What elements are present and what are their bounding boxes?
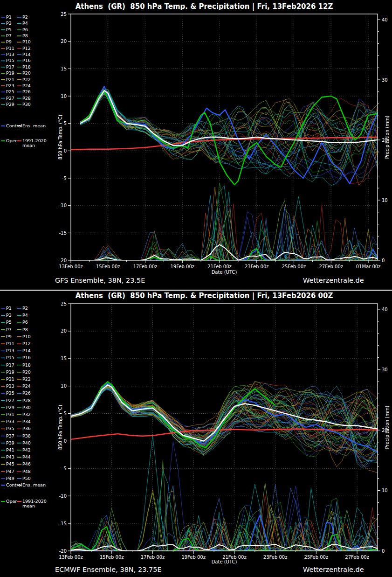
y-left-tick-label: -20 bbox=[59, 549, 67, 554]
model-caption: ECMWF Ensemble, 38N, 23.75E bbox=[55, 566, 162, 573]
y-right-tick-label: 10 bbox=[382, 488, 388, 493]
legend-special-label: Oper bbox=[6, 138, 17, 143]
legend-member-label: P14 bbox=[22, 348, 31, 353]
legend-special-label: Ens. mean bbox=[22, 123, 46, 128]
legend-member-label: P30 bbox=[22, 102, 31, 107]
legend-member-label: P33 bbox=[6, 419, 14, 424]
legend-member-label: P4 bbox=[22, 21, 28, 26]
series-layer bbox=[71, 381, 378, 551]
legend-member-label: P20 bbox=[22, 70, 31, 76]
x-tick-label: 23Feb 00z bbox=[245, 264, 269, 269]
chart-title: Athens (GR) 850 hPa Temp. & Precipitatio… bbox=[76, 2, 333, 11]
ensemble-member-precip-line bbox=[71, 483, 378, 551]
y-left-tick-label: 5 bbox=[64, 121, 67, 126]
legend-member-label: P31 bbox=[6, 412, 14, 417]
y-left-tick-label: -10 bbox=[59, 494, 67, 499]
legend-member-label: P17 bbox=[6, 64, 14, 70]
x-tick-label: 17Feb 00z bbox=[141, 555, 165, 560]
y-left-tick-label: -15 bbox=[59, 230, 67, 236]
series-layer bbox=[71, 86, 378, 260]
y-right-tick-label: 40 bbox=[382, 307, 388, 312]
legend-member-label: P28 bbox=[22, 398, 31, 403]
y-left-tick-label: 5 bbox=[64, 411, 67, 416]
x-tick-label: 23Feb 00z bbox=[263, 555, 288, 560]
ensemble-member-temp-line bbox=[80, 94, 378, 167]
y-left-tick-label: 15 bbox=[61, 356, 67, 361]
y-left-tick-label: 15 bbox=[61, 66, 67, 71]
ensemble-member-precip-line bbox=[80, 221, 378, 260]
y-left-tick-label: 0 bbox=[64, 438, 67, 444]
x-tick-label: 19Feb 00z bbox=[181, 555, 206, 560]
y-left-tick-label: -5 bbox=[62, 176, 67, 181]
gfs-chart: 2520151050-5-10-15-2040302010013Feb 00z1… bbox=[0, 0, 392, 290]
legend-member-label: P16 bbox=[22, 58, 31, 63]
y-right-axis-label: Precipitation (mm) bbox=[385, 115, 390, 159]
legend-member-label: P25 bbox=[6, 390, 14, 396]
legend-member-label: P3 bbox=[6, 313, 12, 318]
ensemble-member-temp-line bbox=[80, 94, 378, 172]
y-left-tick-label: 25 bbox=[61, 301, 67, 306]
legend-member-label: P39 bbox=[6, 440, 14, 445]
legend-member-label: P8 bbox=[22, 33, 28, 38]
legend-member-label: P30 bbox=[22, 405, 31, 410]
legend-member-label: P40 bbox=[22, 440, 31, 445]
legend-member-label: P41 bbox=[6, 447, 14, 452]
ensemble-member-temp-line bbox=[80, 93, 378, 177]
ensemble-member-temp-line bbox=[80, 91, 378, 182]
legend-member-label: P27 bbox=[6, 398, 14, 403]
legend-member-label: P17 bbox=[6, 362, 14, 368]
y-right-tick-label: 40 bbox=[382, 17, 388, 22]
legend-member-label: P35 bbox=[6, 426, 14, 431]
y-left-tick-label: -20 bbox=[59, 258, 67, 263]
legend-member-label: P18 bbox=[22, 64, 31, 70]
x-tick-label: 17Feb 00z bbox=[133, 264, 158, 269]
legend-member-label: P19 bbox=[6, 70, 14, 76]
legend-member-label: P23 bbox=[6, 383, 14, 389]
y-left-tick-label: -10 bbox=[59, 203, 67, 208]
x-tick-label: 15Feb 00z bbox=[96, 264, 120, 269]
legend-member-label: P1 bbox=[6, 306, 12, 311]
y-left-tick-label: 20 bbox=[61, 328, 67, 334]
ensemble-member-temp-line bbox=[80, 90, 378, 168]
legend-member-label: P25 bbox=[6, 89, 14, 94]
ensemble-member-precip-line bbox=[80, 197, 378, 260]
ensemble-member-precip-line bbox=[71, 501, 378, 551]
plot-border bbox=[71, 304, 378, 551]
legend-member-label: P45 bbox=[6, 461, 14, 466]
legend-member-label: P28 bbox=[22, 96, 31, 101]
legend-member-label: P10 bbox=[22, 334, 31, 339]
x-tick-label: 27Feb 00z bbox=[345, 555, 369, 560]
legend-member-label: P24 bbox=[22, 383, 31, 389]
gfs-panel: 2520151050-5-10-15-2040302010013Feb 00z1… bbox=[0, 0, 392, 290]
ensemble-member-precip-line bbox=[80, 223, 378, 260]
legend-member-label: P29 bbox=[6, 405, 14, 410]
ensemble-member-temp-line bbox=[80, 90, 378, 184]
y-right-tick-label: 30 bbox=[382, 77, 388, 83]
wetterzentrale-meteogram: 2520151050-5-10-15-2040302010013Feb 00z1… bbox=[0, 0, 392, 577]
ensemble-member-precip-line bbox=[80, 221, 378, 260]
legend-member-label: P22 bbox=[22, 77, 31, 82]
legend-member-label: P50 bbox=[22, 476, 31, 481]
ensemble-member-precip-line bbox=[71, 488, 378, 551]
legend-member-label: P29 bbox=[6, 102, 14, 107]
x-tick-label: 21Feb 00z bbox=[207, 264, 232, 269]
site-credit: Wetterzentrale.de bbox=[303, 566, 364, 573]
legend-member-label: P23 bbox=[6, 83, 14, 88]
ensemble-member-precip-line bbox=[80, 217, 378, 260]
legend-member-label: P15 bbox=[6, 58, 14, 63]
y-right-tick-label: 0 bbox=[382, 258, 385, 263]
ensemble-member-temp-line bbox=[80, 95, 378, 167]
legend-member-label: P20 bbox=[22, 369, 31, 375]
x-tick-label: 13Feb 00z bbox=[59, 264, 83, 269]
legend-member-label: P7 bbox=[6, 33, 12, 38]
ensemble-member-precip-line bbox=[71, 515, 378, 551]
legend-member-label: P3 bbox=[6, 21, 12, 26]
x-tick-label: 13Feb 00z bbox=[59, 555, 83, 560]
ensemble-member-precip-line bbox=[71, 533, 378, 551]
y-left-tick-label: 20 bbox=[61, 39, 67, 44]
legend-member-label: P15 bbox=[6, 355, 14, 360]
legend-member-label: P14 bbox=[22, 52, 31, 57]
y-left-tick-label: 0 bbox=[64, 148, 67, 153]
legend-member-label: P1 bbox=[6, 14, 12, 20]
legend-member-label: P21 bbox=[6, 376, 14, 382]
